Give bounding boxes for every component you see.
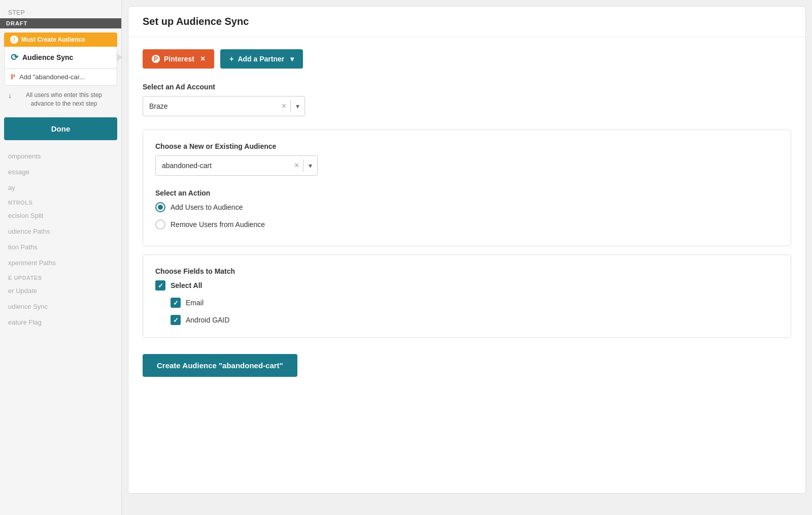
add-item-label: Add "abandoned-car... — [19, 73, 85, 81]
add-partner-button[interactable]: + Add a Partner ▾ — [220, 49, 303, 69]
audience-clear-icon[interactable]: × — [290, 161, 303, 170]
checkbox-select-all[interactable]: Select All — [155, 280, 779, 291]
warning-icon: ! — [10, 36, 18, 44]
nav-item-user-update[interactable]: er Update — [0, 283, 121, 299]
ad-account-chevron-icon[interactable]: ▾ — [291, 102, 304, 110]
radio-add-users-circle[interactable] — [155, 202, 165, 212]
radio-add-users-label: Add Users to Audience — [171, 203, 243, 211]
email-label: Email — [186, 299, 204, 307]
checkbox-email[interactable]: Email — [171, 298, 779, 308]
checkbox-sub-group: Email Android GAID — [171, 298, 779, 325]
pinterest-label: Pinterest — [164, 55, 194, 63]
arrow-down-icon: ↓ — [8, 91, 12, 101]
radio-add-users[interactable]: Add Users to Audience — [155, 202, 779, 212]
fields-checkbox-group: Select All Email Android GAID — [155, 280, 779, 325]
page-title: Set up Audience Sync — [143, 16, 791, 27]
ad-account-clear-icon[interactable]: × — [278, 102, 290, 111]
nav-item-delay[interactable]: ay — [0, 180, 121, 196]
fields-card: Choose Fields to Match Select All Email — [143, 254, 791, 338]
android-label: Android GAID — [186, 316, 229, 324]
nav-item-feature-flag[interactable]: eature Flag — [0, 314, 121, 330]
select-all-label: Select All — [171, 281, 202, 289]
ad-account-select[interactable]: Braze × ▾ — [143, 96, 305, 116]
checkbox-android-box[interactable] — [171, 315, 181, 325]
audience-sync-label: Audience Sync — [22, 53, 73, 61]
radio-remove-users-circle[interactable] — [155, 219, 165, 230]
must-create-banner: ! Must Create Audience — [4, 33, 117, 47]
audience-section: Choose a New or Existing Audience abando… — [155, 142, 779, 176]
audience-chevron-icon[interactable]: ▾ — [303, 162, 317, 170]
radio-remove-users-label: Remove Users from Audience — [171, 220, 265, 229]
step-label: Step — [0, 5, 121, 18]
main-panel: Set up Audience Sync P Pinterest × + Add… — [128, 6, 806, 494]
sidebar: Step DRAFT ! Must Create Audience ⟳ Audi… — [0, 0, 122, 515]
main-content: Set up Audience Sync P Pinterest × + Add… — [122, 0, 812, 515]
nav-item-audience-paths[interactable]: udience Paths — [0, 223, 121, 239]
checkbox-email-box[interactable] — [171, 298, 181, 308]
nav-item-message[interactable]: essage — [0, 164, 121, 180]
sidebar-nav-list: omponents essage ay ntrols ecision Split… — [0, 144, 121, 515]
sidebar-item-audience-sync[interactable]: ⟳ Audience Sync — [4, 47, 117, 69]
must-create-label: Must Create Audience — [21, 36, 85, 43]
nav-section-controls: ntrols — [0, 196, 121, 208]
advance-text: All users who enter this step advance to… — [15, 91, 113, 108]
partner-row: P Pinterest × + Add a Partner ▾ — [143, 49, 791, 69]
nav-item-components[interactable]: omponents — [0, 148, 121, 164]
ad-account-value: Braze — [143, 102, 278, 110]
nav-item-action-paths[interactable]: tion Paths — [0, 239, 121, 255]
action-radio-group: Add Users to Audience Remove Users from … — [155, 202, 779, 230]
done-button[interactable]: Done — [4, 117, 117, 140]
advance-text-container: ↓ All users who enter this step advance … — [0, 86, 121, 113]
draft-badge: DRAFT — [0, 18, 121, 28]
sync-icon: ⟳ — [11, 52, 18, 63]
add-partner-label: Add a Partner — [238, 55, 284, 63]
nav-section-updates: e Updates — [0, 271, 121, 283]
checkbox-android-gaid[interactable]: Android GAID — [171, 315, 779, 325]
audience-value: abandoned-cart — [156, 162, 290, 170]
fields-label: Choose Fields to Match — [155, 267, 779, 275]
chevron-down-icon: ▾ — [290, 55, 294, 63]
nav-item-experiment-paths[interactable]: xperiment Paths — [0, 255, 121, 271]
sidebar-sub-item-add[interactable]: 𝐏 Add "abandoned-car... — [4, 69, 117, 86]
pinterest-sub-icon: 𝐏 — [11, 73, 15, 81]
pinterest-icon: P — [152, 55, 160, 63]
audience-select[interactable]: abandoned-cart × ▾ — [155, 155, 318, 176]
panel-body: P Pinterest × + Add a Partner ▾ Select a… — [128, 37, 805, 389]
pinterest-button[interactable]: P Pinterest × — [143, 49, 214, 69]
radio-remove-users[interactable]: Remove Users from Audience — [155, 219, 779, 230]
checkbox-select-all-box[interactable] — [155, 280, 165, 291]
action-section: Select an Action Add Users to Audience R… — [155, 189, 779, 230]
audience-action-card: Choose a New or Existing Audience abando… — [143, 130, 791, 246]
ad-account-label: Select an Ad Account — [143, 83, 791, 91]
audience-label: Choose a New or Existing Audience — [155, 142, 779, 150]
nav-item-audience-sync[interactable]: udience Sync — [0, 299, 121, 314]
pinterest-close-icon[interactable]: × — [200, 54, 205, 63]
plus-icon: + — [229, 55, 233, 63]
create-audience-button[interactable]: Create Audience "abandoned-cart" — [143, 354, 297, 377]
panel-header: Set up Audience Sync — [128, 7, 805, 37]
ad-account-section: Select an Ad Account Braze × ▾ — [143, 83, 791, 116]
action-label: Select an Action — [155, 189, 779, 197]
nav-item-decision-split[interactable]: ecision Split — [0, 208, 121, 223]
